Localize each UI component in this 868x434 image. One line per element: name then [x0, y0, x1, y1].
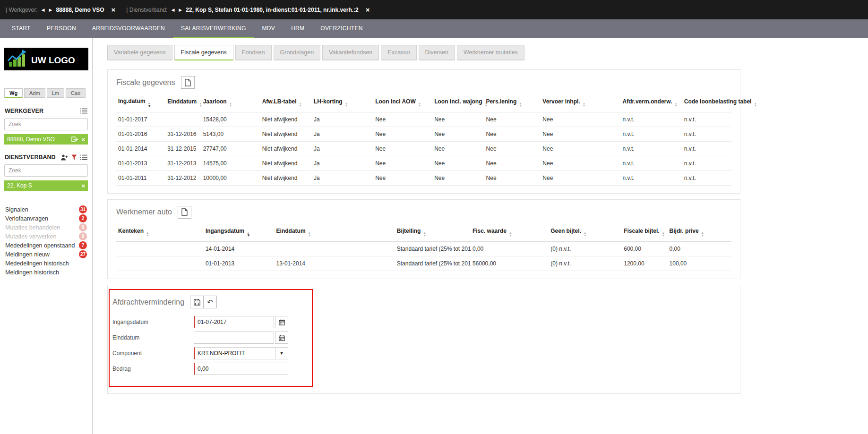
sort-icon: ▲▼	[247, 231, 250, 238]
nav-item[interactable]: ARBEIDSVOORWAARDEN	[84, 19, 173, 38]
sidebar-tab[interactable]: Cao	[66, 88, 86, 98]
column-header[interactable]: Bijtelling▲▼	[395, 223, 471, 242]
werkgever-deselect-button[interactable]: ×	[81, 136, 85, 143]
selected-werkgever[interactable]: 88888, Demo VSO ×	[4, 134, 88, 145]
nav-item[interactable]: PERSOON	[39, 19, 84, 38]
sidebar-link[interactable]: Meldingen historisch	[4, 268, 88, 277]
calendar-button[interactable]	[275, 332, 288, 344]
table-row[interactable]: 01-01-2013 13-01-2014 Standaard tarief (…	[116, 256, 731, 271]
sidebar-link[interactable]: Mededelingen openstaand 7	[4, 241, 88, 250]
dienstverband-search-input[interactable]	[4, 164, 88, 177]
table-row[interactable]: 01-01-2016 31-12-2016 5143,00 Niet afwij…	[116, 127, 731, 141]
sidebar-tab[interactable]: Lm	[47, 88, 64, 98]
content-tab[interactable]: Diversen	[419, 45, 455, 60]
dienstverband-prev-button[interactable]: ◀	[171, 7, 175, 13]
new-document-icon	[185, 79, 191, 86]
table-row[interactable]: 01-01-2017 15428,00 Niet afwijkend Ja Ne…	[116, 112, 731, 127]
dienstverband-value: 22, Kop S, Stefan 01-01-1980, in-dienst:…	[186, 7, 358, 13]
sidebar-link[interactable]: Verlofaanvragen 2	[4, 214, 88, 223]
sort-icon: ▲▼	[675, 102, 678, 107]
fiscale-table: Ing.datum▲▼ Einddatum▲▼ Jaarloon▲▼ Afw.L…	[116, 94, 731, 186]
column-header[interactable]: Afw.LB-tabel▲▼	[260, 94, 312, 112]
dienstverband-heading: DIENSTVERBAND	[5, 154, 56, 161]
cell-einddatum: 13-01-2014	[275, 256, 395, 271]
table-row[interactable]: 14-01-2014 Standaard tarief (25% tot 201…	[116, 242, 731, 256]
dropdown-button[interactable]: ▼	[275, 347, 288, 359]
werkgever-search-input[interactable]	[4, 118, 88, 130]
werkgever-export-icon[interactable]	[71, 136, 78, 142]
werkgever-section-header: WERKGEVER	[5, 108, 87, 114]
cell-einddatum: 31-12-2012	[165, 170, 201, 185]
column-header[interactable]: Loon incl. wajong▲▼	[432, 94, 484, 112]
content-tab[interactable]: Fiscale gegevens	[174, 45, 233, 60]
content-tab[interactable]: Grondslagen	[274, 45, 321, 60]
column-header[interactable]: Vervoer inhpl.▲▼	[541, 94, 620, 112]
dienstverband-deselect-button[interactable]: ×	[81, 183, 85, 189]
table-row[interactable]: 01-01-2011 31-12-2012 10000,00 Niet afwi…	[116, 170, 731, 185]
form-field-row: Component ▼	[112, 347, 309, 359]
calendar-icon	[279, 335, 285, 341]
calendar-button[interactable]	[275, 316, 288, 328]
cell-vervoer-inhpl: Nee	[541, 141, 620, 156]
dienstverband-close-button[interactable]: ×	[366, 6, 370, 13]
nav-item[interactable]: MDV	[254, 19, 284, 38]
dienstverband-list-icon[interactable]	[80, 154, 87, 160]
sidebar-tab[interactable]: Adm	[24, 88, 45, 98]
nav-item[interactable]: HRM	[283, 19, 312, 38]
column-header[interactable]: Fisc. waarde▲▼	[471, 223, 549, 242]
undo-button[interactable]: ↶	[203, 296, 217, 308]
field-input[interactable]	[194, 332, 274, 344]
sidebar-link[interactable]: Mutaties behandelen 0	[4, 223, 88, 232]
nav-item[interactable]: OVERZICHTEN	[312, 19, 370, 38]
save-button[interactable]	[190, 296, 204, 308]
column-header[interactable]: Ing.datum▲▼	[116, 94, 165, 112]
sidebar-link[interactable]: Meldingen nieuw 27	[4, 250, 88, 259]
filter-icon[interactable]	[71, 154, 77, 160]
column-header[interactable]: Geen bijtel.▲▼	[549, 223, 622, 242]
column-header[interactable]: Afdr.verm.onderw.▲▼	[621, 94, 682, 112]
table-row[interactable]: 01-01-2013 31-12-2013 14575,00 Niet afwi…	[116, 156, 731, 170]
selected-werkgever-label: 88888, Demo VSO	[7, 136, 68, 143]
field-input[interactable]	[194, 316, 274, 328]
sidebar-link[interactable]: Mededelingen historisch	[4, 259, 88, 268]
sidebar-links: Signalen 31 Verlofaanvragen 2 Mutaties b…	[4, 205, 88, 277]
column-header[interactable]: Einddatum▲▼	[275, 223, 395, 242]
selected-dienstverband[interactable]: 22, Kop S ×	[4, 180, 88, 191]
werkgever-prev-button[interactable]: ◀	[41, 7, 45, 13]
content-tab[interactable]: Werknemer mutaties	[457, 45, 524, 60]
sidebar-link[interactable]: Mutaties verwerken 0	[4, 232, 88, 241]
field-input[interactable]	[194, 347, 275, 359]
column-header[interactable]: LH-korting▲▼	[312, 94, 373, 112]
cell-afw-lb-tabel: Niet afwijkend	[260, 156, 312, 170]
werkgever-list-icon[interactable]	[80, 108, 87, 114]
content-tab[interactable]: Excasso	[381, 45, 416, 60]
cell-vervoer-inhpl: Nee	[541, 127, 620, 141]
table-row[interactable]: 01-01-2014 31-12-2015 27747,00 Niet afwi…	[116, 141, 731, 156]
nav-item[interactable]: SALARISVERWERKING	[173, 19, 254, 38]
content-tab[interactable]: Variabele gegevens	[107, 45, 172, 60]
column-header[interactable]: Jaarloon▲▼	[201, 94, 260, 112]
column-header[interactable]: Einddatum▲▼	[165, 94, 201, 112]
content-tab[interactable]: Vakantiefondsen	[322, 45, 379, 60]
nav-item[interactable]: START	[4, 19, 39, 38]
cell-code-loonbelasting: n.v.t.	[682, 170, 731, 185]
sidebar-link[interactable]: Signalen 31	[4, 205, 88, 214]
new-record-button[interactable]	[181, 76, 195, 89]
column-header[interactable]: Bijdr. prive▲▼	[668, 223, 731, 242]
column-header[interactable]: Ingangsdatum▲▼	[204, 223, 275, 242]
content-tab[interactable]: Fondsen	[235, 45, 272, 60]
column-header[interactable]: Kenteken▲▼	[116, 223, 204, 242]
new-record-button[interactable]	[178, 206, 191, 219]
column-header[interactable]: Code loonbelasting tabel▲▼	[682, 94, 731, 112]
werkgever-next-button[interactable]: ▶	[49, 7, 53, 13]
sidebar-tab[interactable]: Wg	[4, 88, 23, 98]
cell-vervoer-inhpl: Nee	[541, 112, 620, 127]
werkgever-close-button[interactable]: ×	[112, 6, 116, 13]
column-header[interactable]: Loon incl AOW▲▼	[373, 94, 432, 112]
field-input[interactable]	[194, 363, 288, 375]
column-header[interactable]: Fiscale bijtel.▲▼	[622, 223, 667, 242]
column-header[interactable]: Pers.lening▲▼	[484, 94, 541, 112]
dienstverband-next-button[interactable]: ▶	[178, 7, 182, 13]
save-icon	[194, 299, 200, 306]
add-person-icon[interactable]	[60, 154, 68, 161]
